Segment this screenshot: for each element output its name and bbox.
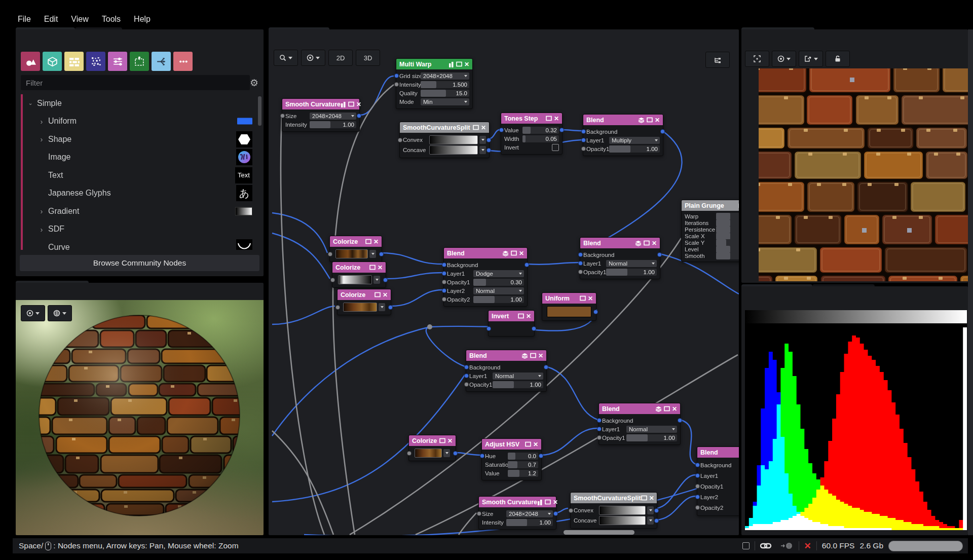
node-header[interactable]: Colorize✕	[330, 236, 382, 247]
input-port[interactable]	[695, 463, 700, 467]
chevron-open-icon[interactable]: ⌄	[27, 100, 34, 106]
output-port[interactable]	[678, 418, 682, 423]
filter-input[interactable]	[21, 75, 250, 90]
menu-item-tools[interactable]: Tools	[102, 15, 121, 24]
chevron-closed-icon[interactable]: ›	[38, 207, 45, 215]
zoom-tool-button[interactable]	[274, 50, 298, 66]
gradient-bar[interactable]	[338, 275, 372, 284]
close-icon[interactable]: ✕	[356, 101, 361, 108]
param-dropdown[interactable]: 2048×2048	[310, 113, 356, 120]
param-checkbox[interactable]	[552, 144, 559, 151]
node-invert-1[interactable]: Invert✕	[488, 310, 535, 337]
param-slider[interactable]: 1.00	[473, 296, 524, 303]
error-icon[interactable]: ✕	[804, 541, 811, 551]
input-port[interactable]	[477, 511, 481, 516]
gradient-dropdown[interactable]	[373, 276, 380, 284]
buffer-icon[interactable]	[537, 499, 543, 505]
preview-icon[interactable]	[644, 240, 650, 246]
preview-icon[interactable]	[369, 265, 376, 270]
fit-view-button[interactable]	[745, 51, 769, 67]
param-dropdown[interactable]: Normal	[493, 372, 543, 380]
node-blend-6[interactable]: Blend✕BackgroundLayer1Opacity1Layer2Opac…	[697, 446, 739, 516]
gradient-control[interactable]	[429, 135, 486, 144]
library-category-misc[interactable]	[173, 52, 193, 71]
output-port[interactable]	[486, 138, 491, 142]
input-port[interactable]	[464, 365, 469, 369]
param-slider[interactable]: 1.00	[626, 434, 677, 441]
output-port[interactable]	[657, 252, 662, 257]
preview-icon[interactable]	[348, 101, 354, 107]
gradient-dropdown[interactable]	[379, 303, 385, 311]
preview-icon[interactable]	[545, 499, 551, 505]
param-slider[interactable]	[716, 252, 739, 259]
gradient-bar[interactable]	[429, 145, 478, 155]
preview3d-viewport[interactable]	[16, 300, 264, 535]
preview-icon[interactable]	[456, 61, 462, 67]
node-colorize-4[interactable]: Colorize✕	[408, 435, 456, 461]
library-item-text[interactable]: TextText	[24, 166, 255, 184]
output-port[interactable]	[559, 128, 564, 132]
preview-icon[interactable]	[546, 116, 552, 121]
close-icon[interactable]: ✕	[519, 250, 524, 257]
input-port[interactable]	[464, 382, 469, 387]
param-dropdown[interactable]: Normal	[626, 426, 677, 433]
buffer-icon[interactable]	[341, 101, 346, 107]
gear-icon[interactable]: ⚙	[250, 77, 258, 89]
node-header[interactable]: Smooth Curvature✕	[282, 99, 359, 109]
library-item-sdf[interactable]: ›SDF	[24, 220, 255, 239]
node-header[interactable]: Colorize✕	[332, 262, 386, 273]
texture-preview[interactable]	[759, 68, 968, 281]
node-smooth-curvature-split-1[interactable]: SmoothCurvatureSplit✕ConvexConcave	[399, 122, 490, 158]
preview-2d-toggle-button[interactable]: 2D	[328, 50, 353, 66]
param-slider[interactable]: 1.2	[508, 470, 538, 477]
close-icon[interactable]: ✕	[655, 117, 660, 124]
input-port[interactable]	[442, 297, 446, 302]
output-port[interactable]	[654, 518, 659, 523]
input-port[interactable]	[398, 138, 402, 142]
node-blend-5[interactable]: Blend✕BackgroundLayer1NormalOpacity11.00	[598, 403, 681, 445]
param-slider[interactable]: 0.0	[508, 453, 538, 460]
param-dropdown[interactable]: 2048×2048	[421, 72, 469, 80]
node-header[interactable]: Smooth Curvature✕	[479, 497, 556, 507]
input-port[interactable]	[695, 484, 700, 489]
node-header[interactable]: Colorize✕	[409, 435, 456, 446]
node-smooth-curvature-1[interactable]: Smooth Curvature✕Size2048×2048Intensity1…	[282, 98, 360, 132]
output-port[interactable]	[553, 511, 558, 516]
close-icon[interactable]: ✕	[649, 495, 654, 502]
node-header[interactable]: SmoothCurvatureSplit✕	[571, 493, 657, 503]
close-icon[interactable]: ✕	[464, 61, 469, 68]
input-port[interactable]	[597, 435, 602, 440]
node-blend-1[interactable]: Blend✕BackgroundLayer1MultiplyOpacity11.…	[583, 114, 663, 156]
node-smooth-curvature-2[interactable]: Smooth Curvature✕Size2048×2048Intensity1…	[478, 496, 556, 530]
dice-icon[interactable]	[738, 203, 739, 209]
menu-item-view[interactable]: View	[71, 15, 88, 24]
canvas-horizontal-scrollbar[interactable]	[564, 530, 634, 535]
library-item-shape[interactable]: ›Shape	[24, 130, 255, 148]
node-plain-grunge[interactable]: Plain GrungeWarpIterationsPersistenceSca…	[681, 200, 739, 262]
library-item-image[interactable]: Image	[24, 148, 255, 167]
layers-icon[interactable]	[638, 117, 645, 123]
library-item-uniform[interactable]: ›Uniform	[24, 113, 255, 131]
input-port[interactable]	[695, 473, 700, 478]
param-slider[interactable]	[716, 239, 739, 246]
node-adjust-hsv[interactable]: Adjust HSV✕Hue0.0Saturation0.7Value1.2	[481, 438, 542, 480]
menu-item-file[interactable]: File	[18, 15, 31, 24]
input-port[interactable]	[486, 326, 491, 331]
library-category-noise[interactable]	[86, 52, 105, 71]
node-blend-3[interactable]: Blend✕BackgroundLayer1NormalOpacity11.00	[580, 237, 660, 279]
preview-icon[interactable]	[580, 295, 586, 301]
color-swatch[interactable]	[547, 306, 591, 317]
gradient-bar[interactable]	[429, 135, 478, 144]
node-smooth-curvature-split-2[interactable]: SmoothCurvatureSplit✕ConvexConcave	[570, 492, 657, 529]
view-options-button[interactable]	[772, 51, 796, 67]
node-tones-step[interactable]: Tones Step✕Value0.32Width0.05Invert	[501, 113, 563, 155]
output-port[interactable]	[388, 305, 393, 310]
param-dropdown[interactable]: Normal	[473, 287, 524, 294]
chevron-closed-icon[interactable]: ›	[38, 117, 45, 126]
lock-button[interactable]	[826, 51, 850, 67]
model-select-button[interactable]	[21, 305, 45, 321]
preview-icon[interactable]	[511, 250, 517, 256]
input-port[interactable]	[328, 252, 332, 256]
arrow-globe-icon[interactable]	[780, 542, 794, 549]
input-port[interactable]	[499, 128, 504, 132]
